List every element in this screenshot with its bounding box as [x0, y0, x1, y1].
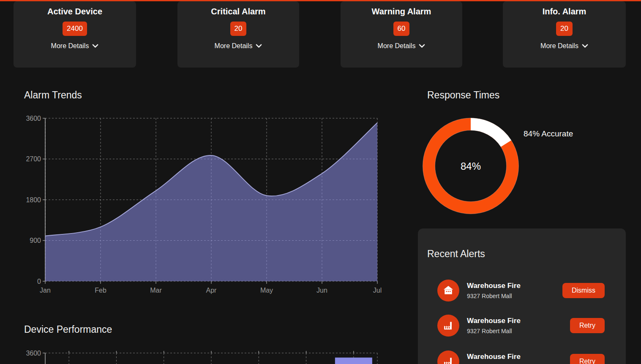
donut-annotation: 84% Accurate [524, 129, 573, 139]
warehouse-house-icon [437, 280, 459, 302]
more-details-label: More Details [51, 42, 89, 50]
retry-button[interactable]: Retry [570, 318, 605, 333]
stat-card-title: Critical Alarm [211, 7, 265, 16]
stat-card-critical-alarm: Critical Alarm 20 More Details [177, 1, 299, 68]
svg-text:3600: 3600 [26, 350, 41, 357]
svg-text:2700: 2700 [26, 155, 41, 163]
more-details-button[interactable]: More Details [51, 42, 99, 50]
svg-text:0: 0 [37, 278, 41, 285]
stat-card-active-device: Active Device 2400 More Details [14, 1, 136, 68]
alert-text: Warehouse Fire 9327 Robert Mall [467, 353, 521, 364]
more-details-button[interactable]: More Details [540, 42, 588, 50]
device-performance-title: Device Performance [24, 324, 112, 335]
svg-text:3600: 3600 [26, 115, 41, 122]
recent-alerts-panel: Recent Alerts Warehouse Fire 9327 Robert… [418, 228, 626, 364]
svg-text:1800: 1800 [26, 196, 41, 204]
alert-text: Warehouse Fire 9327 Robert Mall [467, 282, 521, 299]
chevron-down-icon [256, 44, 262, 48]
stat-value-badge: 2400 [63, 22, 87, 36]
more-details-label: More Details [215, 42, 253, 50]
svg-text:900: 900 [30, 237, 41, 244]
stat-value-badge: 20 [230, 22, 247, 36]
alert-row: Warehouse Fire 9327 Robert Mall Dismiss [437, 280, 605, 302]
more-details-label: More Details [540, 42, 578, 50]
alert-row: Warehouse Fire 9327 Robert Mall Retry [437, 315, 605, 337]
alert-subtitle: 9327 Robert Mall [467, 328, 521, 334]
chevron-down-icon [92, 44, 98, 48]
svg-text:Jul: Jul [373, 287, 382, 294]
stat-value-badge: 60 [393, 22, 410, 36]
stat-card-title: Info. Alarm [543, 7, 586, 16]
chevron-down-icon [582, 44, 588, 48]
svg-text:Apr: Apr [206, 287, 217, 294]
stat-card-info-alarm: Info. Alarm 20 More Details [503, 1, 626, 68]
svg-text:Jun: Jun [316, 287, 327, 294]
device-performance-bar-chart: 3600 [16, 348, 387, 364]
svg-text:Jan: Jan [40, 287, 51, 294]
factory-icon [437, 350, 459, 364]
svg-text:84%: 84% [461, 160, 481, 172]
alert-text: Warehouse Fire 9327 Robert Mall [467, 317, 521, 334]
alert-title: Warehouse Fire [467, 317, 521, 325]
more-details-button[interactable]: More Details [215, 42, 262, 50]
alert-title: Warehouse Fire [467, 353, 521, 361]
svg-text:Mar: Mar [150, 287, 162, 294]
alert-title: Warehouse Fire [467, 282, 521, 290]
response-times-donut-chart: 84% [423, 118, 519, 214]
retry-button[interactable]: Retry [570, 354, 605, 364]
alert-subtitle: 9327 Robert Mall [467, 293, 521, 299]
recent-alerts-title: Recent Alerts [427, 248, 485, 260]
alarm-trends-title: Alarm Trends [24, 90, 82, 101]
stat-card-title: Warning Alarm [372, 7, 431, 16]
alarm-trends-area-chart: 0900180027003600JanFebMarAprMayJunJul [16, 109, 387, 297]
stat-card-warning-alarm: Warning Alarm 60 More Details [341, 1, 462, 68]
stat-card-title: Active Device [47, 7, 102, 16]
svg-text:May: May [260, 287, 273, 294]
response-times-title: Response Times [427, 90, 499, 101]
svg-text:Feb: Feb [95, 287, 106, 294]
alert-row: Warehouse Fire 9327 Robert Mall Retry [437, 350, 605, 364]
more-details-button[interactable]: More Details [378, 42, 426, 50]
dismiss-button[interactable]: Dismiss [562, 283, 605, 298]
more-details-label: More Details [378, 42, 416, 50]
chevron-down-icon [419, 44, 425, 48]
factory-icon [437, 315, 459, 337]
stat-value-badge: 20 [556, 22, 573, 36]
